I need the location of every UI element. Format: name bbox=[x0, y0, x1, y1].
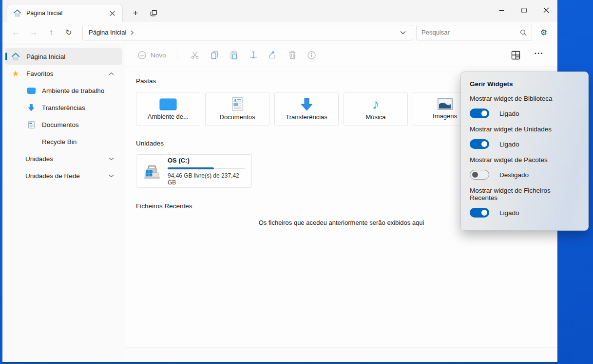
drive-usage-text: 94,46 GB livre(s) de 237,42 GB bbox=[168, 172, 245, 186]
circle-plus-icon bbox=[138, 51, 146, 59]
tab-close-icon[interactable] bbox=[107, 8, 117, 18]
toggle-unidades[interactable] bbox=[470, 139, 489, 149]
sidebar-item-documentos[interactable]: Documentos bbox=[5, 116, 122, 133]
chevron-up-icon[interactable] bbox=[109, 72, 114, 75]
toggle-biblioteca[interactable] bbox=[470, 109, 489, 118]
folder-label: Imagens bbox=[433, 112, 457, 120]
folder-card-documentos[interactable]: A Documentos bbox=[205, 92, 269, 126]
search-input[interactable] bbox=[421, 29, 520, 36]
info-icon[interactable] bbox=[302, 46, 322, 64]
sidebar-item-label: Ambiente de trabalho bbox=[42, 87, 104, 94]
command-toolbar: Novo bbox=[125, 43, 557, 67]
manage-widgets-flyout: Gerir Widgets Mostrar widget de Bibliote… bbox=[460, 72, 589, 231]
folder-label: Transferências bbox=[286, 113, 327, 121]
settings-gear-icon[interactable]: ⚙ bbox=[535, 25, 553, 40]
sidebar-item-label: Unidades bbox=[25, 155, 53, 163]
widget-label-unidades: Mostrar widget de Unidades bbox=[470, 126, 579, 133]
delete-icon[interactable] bbox=[283, 46, 302, 64]
widget-toggle-row: Ligado bbox=[470, 109, 579, 118]
close-button[interactable] bbox=[535, 0, 557, 20]
picture-icon bbox=[438, 98, 453, 110]
toolbar-divider bbox=[177, 50, 177, 60]
folder-label: Documentos bbox=[220, 113, 255, 121]
desktop: { "tabbar": { "tab_title": "Página Inici… bbox=[0, 0, 593, 364]
refresh-button[interactable]: ↻ bbox=[60, 25, 77, 40]
drive-usage-bar bbox=[168, 167, 245, 169]
new-tab-button[interactable]: + bbox=[129, 7, 142, 19]
folder-card-transferencias[interactable]: Transferências bbox=[274, 92, 339, 126]
paste-icon[interactable] bbox=[224, 46, 244, 64]
tab-pagina-inicial[interactable]: Página Inicial bbox=[7, 4, 123, 22]
window-controls bbox=[490, 0, 557, 20]
widget-label-ficheiros-recentes: Mostrar widget de Ficheiros Recentes bbox=[470, 187, 579, 201]
breadcrumb-chevron-icon[interactable] bbox=[130, 30, 134, 35]
widget-label-biblioteca: Mostrar widget de Biblioteca bbox=[470, 95, 579, 102]
sidebar-item-label: Página Inicial bbox=[26, 53, 65, 60]
folder-label: Música bbox=[365, 113, 385, 121]
drive-icon bbox=[142, 162, 162, 181]
desktop-icon bbox=[159, 98, 177, 110]
sidebar-item-label: Favoritos bbox=[26, 70, 54, 77]
folder-card-musica[interactable]: ♪ Música bbox=[344, 92, 408, 126]
toggle-pacotes[interactable] bbox=[470, 170, 489, 180]
sidebar-item-label: Recycle Bin bbox=[42, 138, 77, 146]
new-button[interactable]: Novo bbox=[135, 51, 169, 59]
svg-text:A: A bbox=[233, 98, 237, 103]
desktop-icon bbox=[26, 88, 36, 94]
drive-name: OS (C:) bbox=[168, 157, 245, 164]
toggle-state-label: Ligado bbox=[499, 110, 519, 117]
search-icon[interactable] bbox=[520, 29, 527, 36]
back-button[interactable]: ← bbox=[7, 25, 25, 40]
cut-icon[interactable] bbox=[185, 46, 205, 64]
widget-toggle-row: Desligado bbox=[470, 170, 579, 180]
forward-button[interactable]: → bbox=[25, 25, 42, 40]
chevron-down-icon[interactable] bbox=[109, 157, 114, 161]
folder-label: Ambiente de... bbox=[148, 113, 189, 120]
share-icon[interactable] bbox=[263, 46, 283, 64]
sidebar-item-favoritos[interactable]: ★ Favoritos bbox=[5, 65, 122, 82]
view-options-icon[interactable] bbox=[506, 46, 526, 64]
music-note-icon: ♪ bbox=[372, 97, 380, 111]
sidebar-item-pagina-inicial[interactable]: Página Inicial bbox=[5, 48, 122, 65]
new-button-label: Novo bbox=[151, 52, 166, 59]
sidebar: Página Inicial ★ Favoritos Ambiente de t… bbox=[2, 43, 125, 362]
home-icon bbox=[11, 53, 20, 61]
toggle-state-label: Desligado bbox=[499, 171, 529, 179]
toggle-ficheiros-recentes[interactable] bbox=[470, 208, 489, 218]
widget-toggle-row: Ligado bbox=[470, 208, 579, 218]
toggle-state-label: Ligado bbox=[499, 141, 519, 148]
copy-icon[interactable] bbox=[205, 46, 224, 64]
widget-toggle-row: Ligado bbox=[470, 139, 579, 149]
document-icon bbox=[26, 121, 36, 128]
breadcrumb[interactable]: Página Inicial bbox=[89, 29, 126, 36]
star-icon: ★ bbox=[11, 70, 20, 78]
up-button[interactable]: ↑ bbox=[42, 25, 60, 40]
toggle-state-label: Ligado bbox=[499, 209, 519, 217]
tab-title: Página Inicial bbox=[26, 10, 102, 17]
drive-info: OS (C:) 94,46 GB livre(s) de 237,42 GB bbox=[168, 157, 245, 186]
drive-card-os-c[interactable]: OS (C:) 94,46 GB livre(s) de 237,42 GB bbox=[136, 154, 252, 188]
address-bar[interactable]: Página Inicial bbox=[82, 25, 412, 40]
see-more-button[interactable]: ∙∙∙ bbox=[531, 49, 548, 61]
flyout-title: Gerir Widgets bbox=[470, 80, 579, 88]
sidebar-item-ambiente-de-trabalho[interactable]: Ambiente de trabalho bbox=[5, 82, 122, 99]
sidebar-item-transferencias[interactable]: Transferências bbox=[5, 99, 122, 116]
sidebar-item-unidades[interactable]: Unidades bbox=[5, 150, 122, 167]
minimize-button[interactable] bbox=[490, 0, 513, 20]
status-bar bbox=[125, 347, 557, 362]
maximize-button[interactable] bbox=[513, 0, 535, 20]
sidebar-item-recycle-bin[interactable]: Recycle Bin bbox=[5, 133, 122, 150]
navigation-bar: ← → ↑ ↻ Página Inicial ⚙ bbox=[2, 22, 557, 43]
search-box[interactable] bbox=[416, 25, 532, 40]
sidebar-item-unidades-de-rede[interactable]: Unidades de Rede bbox=[5, 167, 122, 184]
chevron-down-icon[interactable] bbox=[109, 174, 114, 178]
sidebar-item-label: Transferências bbox=[42, 104, 85, 111]
download-arrow-icon bbox=[26, 104, 36, 111]
rename-icon[interactable] bbox=[244, 46, 263, 64]
document-icon: A bbox=[232, 97, 243, 111]
tab-actions-icon[interactable] bbox=[147, 7, 160, 19]
sidebar-item-label: Unidades de Rede bbox=[25, 172, 80, 180]
folder-card-ambiente-de-trabalho[interactable]: Ambiente de... bbox=[136, 92, 200, 126]
address-dropdown-chevron-icon[interactable] bbox=[400, 31, 406, 35]
sidebar-item-label: Documentos bbox=[42, 121, 79, 128]
